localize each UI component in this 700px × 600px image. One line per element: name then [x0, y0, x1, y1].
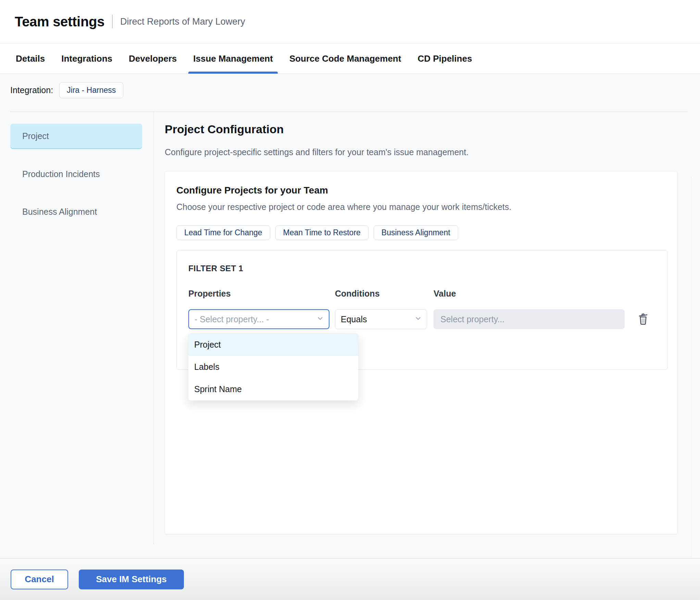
chevron-down-icon	[414, 315, 422, 324]
integration-label: Integration:	[10, 85, 53, 95]
properties-column-label: Properties	[188, 289, 231, 299]
settings-sidebar: Project Production Incidents Business Al…	[10, 124, 142, 224]
page-title: Team settings	[15, 14, 104, 29]
value-input[interactable]	[434, 309, 625, 329]
tab-bar: Details Integrations Developers Issue Ma…	[0, 43, 700, 74]
section-heading: Project Configuration	[165, 123, 284, 136]
mean-time-to-restore-button[interactable]: Mean Time to Restore	[275, 225, 368, 240]
card-heading: Configure Projects for your Team	[176, 185, 328, 196]
metric-button-group: Lead Time for Change Mean Time to Restor…	[176, 225, 458, 240]
trash-icon	[637, 322, 649, 327]
tab-cd-pipelines[interactable]: CD Pipelines	[417, 43, 472, 74]
team-settings-page: Team settings Direct Reports of Mary Low…	[0, 0, 700, 600]
integration-chip[interactable]: Jira - Harness	[59, 82, 123, 98]
filter-set-title: FILTER SET 1	[188, 264, 243, 273]
cancel-button[interactable]: Cancel	[11, 570, 68, 589]
tab-integrations[interactable]: Integrations	[61, 43, 112, 74]
condition-select-value: Equals	[341, 314, 367, 324]
dropdown-option-sprint-name[interactable]: Sprint Name	[188, 378, 358, 400]
sidebar-item-production-incidents[interactable]: Production Incidents	[10, 161, 142, 187]
business-alignment-button[interactable]: Business Alignment	[374, 225, 458, 240]
sidebar-divider	[153, 112, 154, 545]
property-dropdown: Project Labels Sprint Name	[188, 333, 359, 401]
condition-select[interactable]: Equals	[335, 309, 427, 329]
delete-filter-button[interactable]	[636, 311, 650, 327]
conditions-column-label: Conditions	[335, 289, 380, 299]
integration-divider	[10, 112, 688, 112]
save-im-settings-button[interactable]: Save IM Settings	[79, 570, 184, 589]
tab-source-code-management[interactable]: Source Code Management	[289, 43, 401, 74]
tab-details[interactable]: Details	[16, 43, 45, 74]
sidebar-item-project[interactable]: Project	[10, 124, 142, 149]
page-header: Team settings Direct Reports of Mary Low…	[0, 0, 700, 43]
action-footer: Cancel Save IM Settings	[0, 558, 700, 600]
tab-developers[interactable]: Developers	[129, 43, 177, 74]
title-separator	[112, 15, 113, 28]
integration-row: Integration: Jira - Harness	[10, 82, 123, 98]
property-select-placeholder: - Select property... -	[195, 314, 269, 324]
section-description: Configure project-specific settings and …	[165, 147, 468, 157]
sidebar-item-business-alignment[interactable]: Business Alignment	[10, 199, 142, 224]
value-column-label: Value	[434, 289, 456, 299]
page-subtitle: Direct Reports of Mary Lowery	[120, 16, 245, 27]
dropdown-option-labels[interactable]: Labels	[188, 356, 358, 378]
scrollbar-track[interactable]	[691, 177, 700, 558]
tab-issue-management[interactable]: Issue Management	[193, 43, 273, 74]
chevron-down-icon	[316, 315, 324, 324]
card-description: Choose your respective project or code a…	[176, 202, 511, 212]
lead-time-for-change-button[interactable]: Lead Time for Change	[176, 225, 270, 240]
property-select[interactable]: - Select property... -	[188, 309, 329, 329]
dropdown-option-project[interactable]: Project	[188, 334, 358, 356]
